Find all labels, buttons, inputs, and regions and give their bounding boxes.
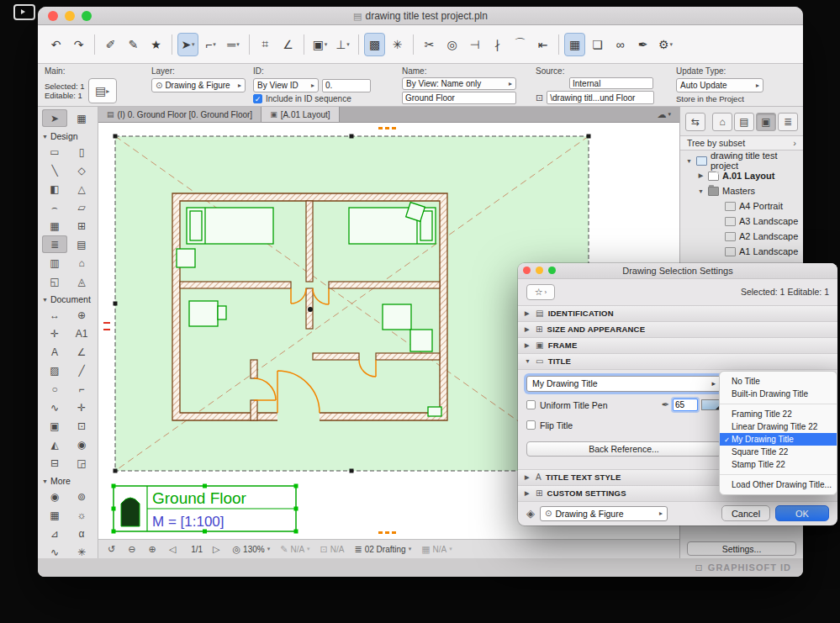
stretch-button[interactable]: ⇤ — [532, 33, 553, 56]
options-button[interactable]: ⚙ — [655, 33, 676, 56]
railing-tool[interactable]: ▤ — [69, 235, 94, 253]
inject-parameters-button[interactable]: ✎ — [123, 33, 144, 56]
mesh-tool[interactable]: ▦ — [42, 217, 67, 235]
drawing-title-block[interactable]: Ground Floor M = [1:100] — [112, 484, 298, 534]
publisher-button[interactable]: ≣ — [778, 113, 798, 131]
disclosure-triangle-icon[interactable]: ▼ — [685, 158, 693, 164]
menu-item-stamp-title[interactable]: Stamp Title 22 — [720, 458, 837, 471]
menu-item-framing-title[interactable]: Framing Title 22 — [720, 408, 837, 420]
snap-points-button[interactable]: ▣ — [309, 33, 330, 56]
disclosure-triangle-icon[interactable]: ▼ — [697, 188, 705, 194]
prev-layout-button[interactable]: ◁ — [165, 542, 182, 557]
toolbox-section-design[interactable]: Design — [42, 129, 98, 143]
project-map-button[interactable]: ⌂ — [712, 113, 732, 131]
arrow-tool[interactable]: ➤ — [42, 109, 67, 127]
project-chooser-button[interactable]: ⇆ — [685, 113, 705, 131]
uniform-title-pen-checkbox[interactable] — [526, 400, 536, 409]
zoom-out-button[interactable]: ⊖ — [124, 542, 142, 557]
circle-tool[interactable]: ○ — [42, 380, 67, 398]
toolbox-section-more[interactable]: More — [42, 474, 98, 488]
marquee-tool[interactable]: ▦ — [69, 109, 94, 127]
wall-tool[interactable]: ▭ — [42, 143, 67, 161]
cancel-button[interactable]: Cancel — [721, 505, 770, 521]
tree-item[interactable]: A2 Landscape — [680, 229, 803, 244]
tab-ground-floor[interactable]: ▤ (I) 0. Ground Floor [0. Ground Floor] — [98, 107, 262, 122]
lamp-tool[interactable]: ☼ — [69, 506, 94, 524]
tree-item[interactable]: A3 Landscape — [680, 214, 803, 229]
toolbox-section-document[interactable]: Document — [42, 293, 98, 306]
slope-tool[interactable]: ⊿ — [42, 525, 67, 542]
graphisoft-id-label[interactable]: GRAPHISOFT ID — [708, 562, 791, 573]
angle-dimension-tool[interactable]: ∠ — [69, 343, 94, 361]
worksheet-tool[interactable]: ⊟ — [42, 454, 67, 472]
favorites-button[interactable]: ☆› — [526, 284, 555, 300]
door-tool[interactable]: ◧ — [42, 180, 67, 198]
toolbar-button[interactable] — [358, 34, 359, 55]
disclosure-triangle-icon[interactable]: ▶ — [697, 172, 705, 179]
section-identification[interactable]: ▶ ▤ IDENTIFICATION — [518, 305, 837, 321]
geometry-method-button[interactable]: ⌐ — [200, 33, 221, 56]
scale-combo[interactable]: ▦N/A — [417, 542, 457, 557]
window-tool[interactable]: ◇ — [69, 161, 94, 179]
drawing-title-style-select[interactable]: My Drawing Title — [526, 376, 721, 392]
tree-by-subset-select[interactable]: Tree by subset — [680, 135, 803, 150]
beam-tool[interactable]: ╲ — [42, 161, 67, 179]
menu-item-my-drawing-title[interactable]: ✓ My Drawing Title — [720, 433, 837, 446]
favorites-button[interactable]: ★ — [145, 33, 166, 56]
menu-item-built-in[interactable]: Built-in Drawing Title — [720, 388, 837, 400]
layout-pager[interactable]: 1/1 — [184, 542, 207, 557]
text-tool[interactable]: A — [42, 343, 67, 361]
arrow-tool-button[interactable]: ➤ — [177, 33, 198, 56]
navigator-settings-button[interactable]: Settings... — [687, 541, 796, 556]
menu-item-linear-title[interactable]: Linear Drawing Title 22 — [720, 420, 837, 433]
tree-item[interactable]: ▼ drawing title test project — [680, 153, 803, 168]
stair-tool[interactable]: ≣ — [42, 235, 67, 253]
change-tool[interactable]: ◭ — [42, 436, 67, 453]
toolbar-button[interactable] — [94, 34, 95, 55]
ok-button[interactable]: OK — [775, 505, 829, 521]
shell-tool[interactable]: ⌢ — [42, 198, 67, 216]
menu-item[interactable] — [720, 404, 837, 404]
name-mode-select[interactable]: By View: Name only — [402, 77, 516, 90]
update-type-select[interactable]: Auto Update — [676, 78, 763, 92]
curtain-wall-tool[interactable]: ▥ — [42, 254, 67, 272]
zoom-select-button[interactable]: ◎ — [441, 33, 462, 56]
id-mode-select[interactable]: By View ID — [253, 78, 319, 92]
tab-layout[interactable]: ▣ [A.01 Layout] — [262, 107, 339, 122]
figure-tool[interactable]: ▣ — [42, 417, 67, 435]
tree-item[interactable]: A4 Portrait — [680, 198, 803, 214]
split-button[interactable]: ∤ — [487, 33, 508, 56]
grid-tool[interactable]: ▦ — [42, 506, 67, 524]
grid-snap-button[interactable]: ⌗ — [255, 33, 276, 56]
object-tool[interactable]: ⌂ — [69, 254, 94, 272]
section-size-appearance[interactable]: ▶ ⊞ SIZE AND APPEARANCE — [518, 321, 837, 337]
camera-tool[interactable]: ◲ — [69, 454, 94, 472]
pick-up-parameters-button[interactable]: ✐ — [100, 33, 121, 56]
morph-tool[interactable]: ◬ — [69, 272, 94, 290]
dialog-layer-select[interactable]: ⊙ Drawing & Figure — [540, 506, 668, 521]
source-path-input[interactable] — [547, 91, 654, 104]
hotlink-tool[interactable]: ◉ — [42, 488, 67, 505]
pen-color-swatch[interactable] — [701, 399, 720, 410]
window-titlebar[interactable]: ▤drawing title test project.pln — [38, 7, 803, 25]
source-input[interactable] — [569, 77, 653, 89]
pen-color-button[interactable]: ═ — [223, 33, 244, 56]
angle-tool[interactable]: α — [69, 525, 94, 542]
drawing-tool[interactable]: ⊡ — [69, 417, 94, 435]
menu-item-load-other[interactable]: Load Other Drawing Title... — [720, 478, 837, 491]
tree-item[interactable]: ▼ Masters — [680, 183, 803, 198]
toolbar-button[interactable] — [249, 34, 250, 55]
label-tool[interactable]: A1 — [69, 325, 94, 342]
guide-lines-button[interactable]: ∠ — [277, 33, 298, 56]
section-title[interactable]: ▼ ▭ TITLE — [518, 353, 837, 369]
view-map-button[interactable]: ▤ — [734, 113, 754, 131]
flip-title-checkbox[interactable] — [526, 420, 536, 430]
next-layout-button[interactable]: ▷ — [209, 542, 226, 557]
patch-tool[interactable]: ⊚ — [69, 488, 94, 505]
star-tool[interactable]: ✳ — [69, 543, 94, 558]
name-input[interactable] — [402, 92, 516, 104]
drawing-anchor-dot[interactable] — [308, 307, 313, 312]
grid-element-tool[interactable]: ⊞ — [69, 217, 94, 235]
back-reference-button[interactable]: Back Reference... — [526, 441, 721, 457]
level-dimension-tool[interactable]: ✛ — [42, 325, 67, 342]
